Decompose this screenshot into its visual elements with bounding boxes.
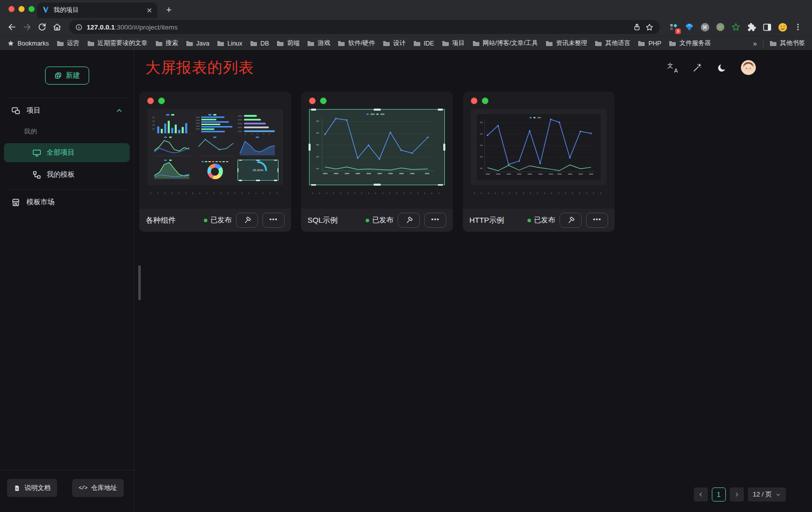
hammer-icon <box>243 216 251 225</box>
red-dot <box>471 98 477 104</box>
more-button[interactable]: ••• <box>262 213 285 228</box>
docs-button[interactable]: 说明文档 <box>7 479 57 497</box>
other-bookmarks-folder[interactable]: 其他书签 <box>769 39 805 48</box>
tab-close-icon[interactable]: ✕ <box>146 7 152 14</box>
star-extension-icon[interactable] <box>731 22 741 32</box>
back-button[interactable] <box>5 20 19 34</box>
more-button[interactable]: ••• <box>424 213 446 228</box>
browser-tab[interactable]: 我的项目 ✕ <box>37 3 157 18</box>
green-dot <box>158 98 165 104</box>
dotted-separator <box>309 192 445 194</box>
bookmark-folder[interactable]: 软件/硬件 <box>338 39 375 48</box>
project-card[interactable]: HTTP示例 已发布 ••• <box>463 92 615 232</box>
bookmark-folder[interactable]: 网站/博客/文章/工具 <box>472 39 538 48</box>
window-close-button[interactable] <box>9 6 15 12</box>
home-button[interactable] <box>50 20 64 34</box>
create-new-button[interactable]: 新建 <box>45 67 89 85</box>
folder-icon <box>155 41 163 47</box>
bookmark-folder[interactable]: 运营 <box>57 39 80 48</box>
tab-title: 我的项目 <box>54 6 142 15</box>
user-avatar[interactable] <box>741 60 756 75</box>
project-thumbnail[interactable] <box>309 109 445 185</box>
project-thumbnail[interactable] <box>471 109 607 185</box>
edit-hammer-button[interactable] <box>560 213 582 228</box>
bookmarks-manager[interactable]: Bookmarks <box>7 40 49 47</box>
sidebar-section-project[interactable]: 项目 <box>0 98 134 123</box>
status-dot <box>204 219 207 222</box>
dark-mode-moon-icon[interactable] <box>716 62 727 73</box>
project-thumbnail[interactable]: 25.00% <box>147 109 283 185</box>
folder-icon <box>250 41 257 47</box>
monitor-icon <box>32 148 42 158</box>
side-panel-icon[interactable] <box>762 22 772 32</box>
tab-manager-extension-icon[interactable]: 9 <box>669 22 679 32</box>
new-tab-button[interactable]: + <box>162 3 175 16</box>
gauge-value: 25.00% <box>252 169 263 172</box>
bookmark-folder[interactable]: Java <box>186 39 209 48</box>
chevron-right-icon <box>734 491 740 497</box>
address-bar[interactable]: 127.0.0.1:3000/#/project/items <box>69 20 660 34</box>
folder-icon <box>307 41 315 47</box>
chevron-left-icon <box>698 491 704 497</box>
more-button[interactable]: ••• <box>586 213 608 228</box>
forward-button[interactable] <box>20 20 34 34</box>
next-page-button[interactable] <box>730 487 744 501</box>
reload-button[interactable] <box>35 20 49 34</box>
bookmark-folder[interactable]: 项目 <box>442 39 465 48</box>
sidebar-item-my-templates[interactable]: 我的模板 <box>4 165 130 184</box>
dotted-separator <box>147 192 283 194</box>
sidebar-item-template-market[interactable]: 模板市场 <box>0 190 134 215</box>
bookmark-folder[interactable]: 设计 <box>383 39 406 48</box>
bookmarks-overflow-chevron[interactable]: » <box>753 40 757 48</box>
forward-icon <box>22 22 32 32</box>
mini-gauge-selected[interactable]: 25.00% <box>237 159 279 181</box>
mini-capsule-chart <box>237 113 279 135</box>
emoji-profile-avatar[interactable] <box>777 22 787 32</box>
donut-legend <box>201 161 228 163</box>
bookmark-folder[interactable]: IDE <box>413 39 434 48</box>
bookmark-folder[interactable]: 搜索 <box>155 39 178 48</box>
edit-hammer-button[interactable] <box>236 213 258 228</box>
bookmark-folder[interactable]: DB <box>250 39 269 48</box>
prev-page-button[interactable] <box>694 487 708 501</box>
bookmark-folder[interactable]: PHP <box>638 39 661 48</box>
mini-area-chart-blue <box>237 136 279 158</box>
mini-donut-chart <box>194 159 236 181</box>
extensions-puzzle-icon[interactable] <box>746 22 756 32</box>
sidebar-item-all-projects[interactable]: 全部项目 <box>4 143 130 162</box>
bookmark-star-icon[interactable] <box>645 23 654 32</box>
bookmark-folder[interactable]: 前端 <box>277 39 300 48</box>
edit-hammer-button[interactable] <box>398 213 420 228</box>
bookmark-folder[interactable]: 其他语言 <box>595 39 630 48</box>
bookmark-folder[interactable]: 近期需要读的文章 <box>87 39 148 48</box>
window-zoom-button[interactable] <box>29 6 35 12</box>
language-translate-icon[interactable]: 文A <box>667 62 678 73</box>
publish-status: 已发布 <box>527 216 555 225</box>
bookmarks-bar: Bookmarks 运营 近期需要读的文章 搜索 <box>0 36 812 50</box>
project-card[interactable]: 25.00% 各种组件 已发布 ••• <box>139 92 291 232</box>
bookmark-folder[interactable]: 游戏 <box>307 39 330 48</box>
selection-box <box>309 109 445 185</box>
project-card[interactable]: SQL示例 已发布 ••• <box>301 92 453 232</box>
bookmark-folder[interactable]: Linux <box>217 39 242 48</box>
folder-icon <box>277 41 284 47</box>
extensions-row: 9 ⌘ <box>665 22 807 32</box>
current-page-button[interactable]: 1 <box>712 487 726 501</box>
goview-favicon <box>42 6 50 15</box>
page-size-select[interactable]: 12 / 页 <box>748 487 786 501</box>
folder-icon <box>57 41 64 47</box>
recorder-extension-icon[interactable] <box>715 22 725 32</box>
bookmark-folder[interactable]: 文件服务器 <box>669 39 711 48</box>
magic-wand-icon[interactable] <box>692 62 703 73</box>
gem-extension-icon[interactable] <box>684 22 694 32</box>
chevron-up-icon[interactable] <box>116 107 123 114</box>
share-icon[interactable] <box>633 23 641 32</box>
bookmark-folder[interactable]: 资讯未整理 <box>546 39 588 48</box>
repo-button[interactable]: </> 仓库地址 <box>72 479 124 497</box>
command-extension-icon[interactable]: ⌘ <box>700 22 710 32</box>
chrome-menu-kebab-icon[interactable] <box>793 22 803 32</box>
scrollbar-thumb[interactable] <box>138 265 141 300</box>
donut-ring <box>207 164 223 179</box>
window-minimize-button[interactable] <box>19 6 25 12</box>
hammer-icon <box>567 216 575 225</box>
